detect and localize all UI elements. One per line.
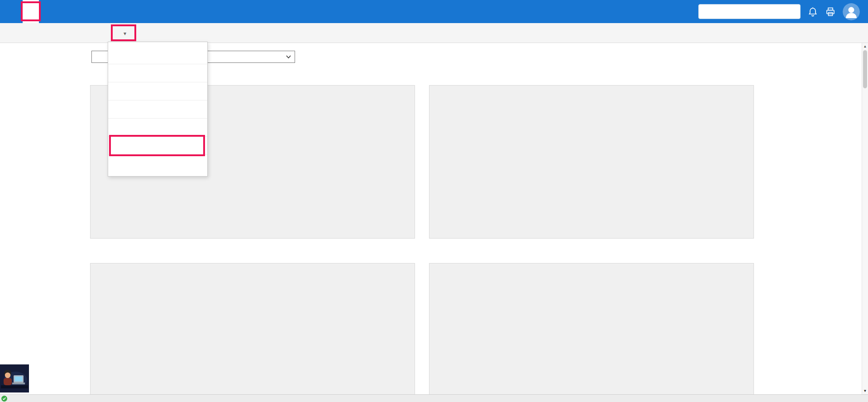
- subnav-sales-bill[interactable]: [67, 23, 82, 43]
- search-menu-input[interactable]: [698, 4, 801, 19]
- scroll-down-arrow-icon[interactable]: ▼: [862, 388, 868, 394]
- vertical-scrollbar[interactable]: ▲ ▼: [862, 43, 868, 394]
- annotation-box-salesman-commission: [109, 135, 205, 156]
- sales-margin-chart-panel: [429, 85, 754, 239]
- sales-submenu: ▾: [0, 23, 868, 43]
- nav-tools[interactable]: [88, 0, 104, 23]
- sales-margin-line-chart: [429, 86, 754, 238]
- menu-buy-back[interactable]: [108, 154, 207, 172]
- payable-bar-chart: [429, 263, 754, 394]
- menu-sales-plan[interactable]: [108, 100, 207, 118]
- nav-master[interactable]: [6, 0, 23, 23]
- scroll-up-arrow-icon[interactable]: ▲: [862, 43, 868, 50]
- receivable-chart-panel: [90, 263, 415, 394]
- menu-sales-budget[interactable]: [108, 82, 207, 100]
- nav-inventory[interactable]: [55, 0, 72, 23]
- user-avatar[interactable]: [843, 3, 860, 20]
- annotation-box-sales: [21, 1, 41, 21]
- payable-chart-panel: [429, 263, 754, 394]
- chevron-down-icon: ▾: [124, 30, 126, 37]
- check-badge-icon: [1, 396, 7, 402]
- subnav-sales-quotation[interactable]: [5, 23, 21, 43]
- notifications-bell-icon[interactable]: [807, 6, 818, 17]
- menu-salesman-commission[interactable]: [108, 136, 207, 154]
- nav-finance-and-accounts[interactable]: [104, 0, 120, 23]
- subnav-delivery-note-return[interactable]: [98, 23, 113, 43]
- menu-transfer-out-approval[interactable]: [108, 64, 207, 82]
- mascot-image: [0, 364, 29, 392]
- subnav-more[interactable]: ▾: [113, 23, 134, 43]
- scrollbar-thumb[interactable]: [863, 50, 867, 88]
- more-dropdown-menu: [108, 42, 208, 177]
- menu-tender-rule[interactable]: [108, 118, 207, 136]
- subnav-sales-return[interactable]: [82, 23, 98, 43]
- subnav-delivery-note[interactable]: [52, 23, 67, 43]
- subnav-sales-order[interactable]: [21, 23, 36, 43]
- print-icon[interactable]: [825, 6, 836, 17]
- nav-reports[interactable]: [72, 0, 88, 23]
- truepos-brand: [0, 396, 9, 402]
- topnav-right-tools: [698, 3, 868, 20]
- subnav-sales-order-approval[interactable]: [36, 23, 52, 43]
- main-menu: [0, 0, 120, 23]
- nav-sales[interactable]: [23, 0, 39, 23]
- top-navigation-bar: [0, 0, 868, 23]
- nav-purchase[interactable]: [39, 0, 55, 23]
- menu-transfer-out[interactable]: [108, 46, 207, 64]
- status-bar: [0, 394, 868, 402]
- receivable-bar-chart: [91, 263, 415, 394]
- select-chevron-icon: [286, 55, 291, 58]
